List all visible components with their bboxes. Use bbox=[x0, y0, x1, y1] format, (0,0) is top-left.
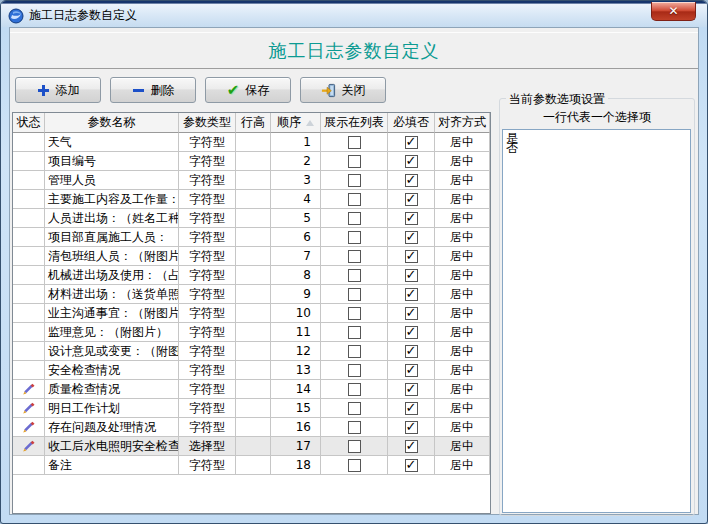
column-header-name[interactable]: 参数名称 bbox=[45, 113, 179, 133]
order-cell[interactable]: 18 bbox=[271, 456, 321, 475]
close-dialog-button[interactable]: 关闭 bbox=[300, 77, 386, 103]
table-row[interactable]: 明日工作计划字符型15✓居中 bbox=[13, 399, 490, 418]
order-cell[interactable]: 8 bbox=[271, 266, 321, 285]
show-in-list-checkbox[interactable] bbox=[348, 174, 361, 187]
align-cell[interactable]: 居中 bbox=[435, 418, 490, 437]
close-button[interactable]: ✕ bbox=[651, 2, 696, 21]
row-height-cell[interactable] bbox=[236, 133, 271, 152]
show-in-list-checkbox[interactable] bbox=[348, 231, 361, 244]
required-checkbox[interactable]: ✓ bbox=[405, 212, 418, 225]
row-height-cell[interactable] bbox=[236, 456, 271, 475]
column-header-align[interactable]: 对齐方式 bbox=[435, 113, 490, 133]
table-row[interactable]: 收工后水电照明安全检查选择型17✓居中 bbox=[13, 437, 490, 456]
required-checkbox[interactable]: ✓ bbox=[405, 421, 418, 434]
required-checkbox[interactable]: ✓ bbox=[405, 193, 418, 206]
param-name-cell[interactable]: 设计意见或变更：（附图 bbox=[45, 342, 179, 361]
param-name-cell[interactable]: 项目部直属施工人员： bbox=[45, 228, 179, 247]
show-in-list-checkbox[interactable] bbox=[348, 440, 361, 453]
align-cell[interactable]: 居中 bbox=[435, 323, 490, 342]
show-in-list-checkbox[interactable] bbox=[348, 402, 361, 415]
param-name-cell[interactable]: 项目编号 bbox=[45, 152, 179, 171]
table-row[interactable]: 业主沟通事宜：（附图片字符型10✓居中 bbox=[13, 304, 490, 323]
param-type-cell[interactable]: 字符型 bbox=[179, 380, 236, 399]
required-checkbox[interactable]: ✓ bbox=[405, 269, 418, 282]
param-type-cell[interactable]: 字符型 bbox=[179, 247, 236, 266]
column-header-show[interactable]: 展示在列表 bbox=[321, 113, 388, 133]
row-height-cell[interactable] bbox=[236, 152, 271, 171]
order-cell[interactable]: 16 bbox=[271, 418, 321, 437]
row-height-cell[interactable] bbox=[236, 209, 271, 228]
show-in-list-checkbox[interactable] bbox=[348, 364, 361, 377]
param-type-cell[interactable]: 字符型 bbox=[179, 266, 236, 285]
param-name-cell[interactable]: 备注 bbox=[45, 456, 179, 475]
show-in-list-checkbox[interactable] bbox=[348, 212, 361, 225]
param-type-cell[interactable]: 字符型 bbox=[179, 418, 236, 437]
align-cell[interactable]: 居中 bbox=[435, 171, 490, 190]
order-cell[interactable]: 9 bbox=[271, 285, 321, 304]
show-in-list-checkbox[interactable] bbox=[348, 269, 361, 282]
align-cell[interactable]: 居中 bbox=[435, 209, 490, 228]
required-checkbox[interactable]: ✓ bbox=[405, 288, 418, 301]
show-in-list-checkbox[interactable] bbox=[348, 345, 361, 358]
align-cell[interactable]: 居中 bbox=[435, 228, 490, 247]
required-checkbox[interactable]: ✓ bbox=[405, 174, 418, 187]
show-in-list-checkbox[interactable] bbox=[348, 307, 361, 320]
order-cell[interactable]: 7 bbox=[271, 247, 321, 266]
required-checkbox[interactable]: ✓ bbox=[405, 440, 418, 453]
param-type-cell[interactable]: 字符型 bbox=[179, 456, 236, 475]
param-name-cell[interactable]: 清包班组人员：（附图片 bbox=[45, 247, 179, 266]
align-cell[interactable]: 居中 bbox=[435, 342, 490, 361]
param-type-cell[interactable]: 字符型 bbox=[179, 171, 236, 190]
row-height-cell[interactable] bbox=[236, 285, 271, 304]
table-row[interactable]: 项目部直属施工人员：字符型6✓居中 bbox=[13, 228, 490, 247]
param-name-cell[interactable]: 存在问题及处理情况 bbox=[45, 418, 179, 437]
required-checkbox[interactable]: ✓ bbox=[405, 364, 418, 377]
row-height-cell[interactable] bbox=[236, 399, 271, 418]
row-height-cell[interactable] bbox=[236, 247, 271, 266]
options-textarea[interactable]: 是 否 bbox=[502, 129, 691, 513]
column-header-type[interactable]: 参数类型 bbox=[179, 113, 236, 133]
order-cell[interactable]: 15 bbox=[271, 399, 321, 418]
required-checkbox[interactable]: ✓ bbox=[405, 250, 418, 263]
row-height-cell[interactable] bbox=[236, 323, 271, 342]
align-cell[interactable]: 居中 bbox=[435, 247, 490, 266]
align-cell[interactable]: 居中 bbox=[435, 190, 490, 209]
param-type-cell[interactable]: 字符型 bbox=[179, 285, 236, 304]
row-height-cell[interactable] bbox=[236, 228, 271, 247]
required-checkbox[interactable]: ✓ bbox=[405, 383, 418, 396]
param-name-cell[interactable]: 天气 bbox=[45, 133, 179, 152]
param-type-cell[interactable]: 字符型 bbox=[179, 361, 236, 380]
order-cell[interactable]: 6 bbox=[271, 228, 321, 247]
show-in-list-checkbox[interactable] bbox=[348, 155, 361, 168]
required-checkbox[interactable]: ✓ bbox=[405, 459, 418, 472]
table-row[interactable]: 质量检查情况字符型14✓居中 bbox=[13, 380, 490, 399]
align-cell[interactable]: 居中 bbox=[435, 437, 490, 456]
table-row[interactable]: 设计意见或变更：（附图字符型12✓居中 bbox=[13, 342, 490, 361]
row-height-cell[interactable] bbox=[236, 304, 271, 323]
param-type-cell[interactable]: 选择型 bbox=[179, 437, 236, 456]
param-name-cell[interactable]: 明日工作计划 bbox=[45, 399, 179, 418]
required-checkbox[interactable]: ✓ bbox=[405, 307, 418, 320]
param-type-cell[interactable]: 字符型 bbox=[179, 190, 236, 209]
column-header-required[interactable]: 必填否 bbox=[388, 113, 435, 133]
required-checkbox[interactable]: ✓ bbox=[405, 136, 418, 149]
param-name-cell[interactable]: 收工后水电照明安全检查 bbox=[45, 437, 179, 456]
save-button[interactable]: ✔ 保存 bbox=[205, 77, 291, 103]
required-checkbox[interactable]: ✓ bbox=[405, 326, 418, 339]
row-height-cell[interactable] bbox=[236, 171, 271, 190]
row-height-cell[interactable] bbox=[236, 266, 271, 285]
delete-button[interactable]: 删除 bbox=[110, 77, 196, 103]
param-name-cell[interactable]: 材料进出场：（送货单照 bbox=[45, 285, 179, 304]
row-height-cell[interactable] bbox=[236, 190, 271, 209]
required-checkbox[interactable]: ✓ bbox=[405, 345, 418, 358]
align-cell[interactable]: 居中 bbox=[435, 285, 490, 304]
param-name-cell[interactable]: 质量检查情况 bbox=[45, 380, 179, 399]
param-name-cell[interactable]: 人员进出场：（姓名工种 bbox=[45, 209, 179, 228]
align-cell[interactable]: 居中 bbox=[435, 456, 490, 475]
required-checkbox[interactable]: ✓ bbox=[405, 402, 418, 415]
table-row[interactable]: 清包班组人员：（附图片字符型7✓居中 bbox=[13, 247, 490, 266]
table-row[interactable]: 机械进出场及使用：（占字符型8✓居中 bbox=[13, 266, 490, 285]
order-cell[interactable]: 3 bbox=[271, 171, 321, 190]
param-type-cell[interactable]: 字符型 bbox=[179, 399, 236, 418]
param-type-cell[interactable]: 字符型 bbox=[179, 209, 236, 228]
